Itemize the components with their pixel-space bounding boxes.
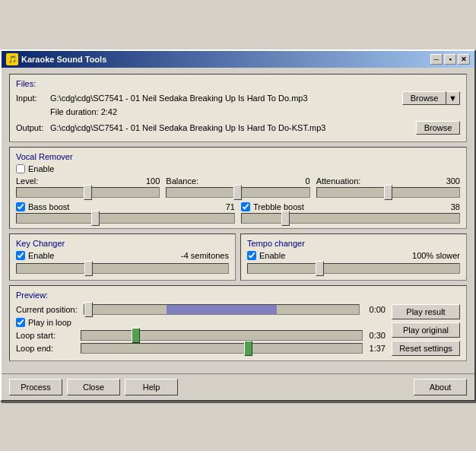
key-changer-section: Key Changer Enable -4 semitones (9, 233, 236, 281)
tempo-changer-section: Tempo changer Enable 100% slower (240, 233, 467, 281)
play-in-loop-checkbox[interactable] (16, 318, 25, 327)
play-original-button[interactable]: Play original (392, 322, 460, 338)
duration-label: File duration: (50, 107, 99, 116)
preview-inner: Current position: 0:00 Play in loop Loop… (16, 304, 460, 356)
main-content: Files: Input: G:\cdg\cdg\SC7541 - 01 Nei… (2, 68, 474, 373)
minimize-button[interactable]: ─ (430, 54, 443, 65)
boost-sliders: Bass boost 71 Trebble boost 38 (16, 202, 460, 224)
loop-end-slider[interactable] (81, 343, 363, 354)
browse-output-button[interactable]: Browse (416, 121, 460, 135)
key-changer-enable-row: Enable -4 semitones (16, 251, 229, 260)
bass-boost-slider[interactable] (16, 213, 235, 224)
position-label: Current position: (16, 305, 81, 314)
window-title: Karaoke Sound Tools (21, 55, 106, 64)
app-icon: 🎵 (6, 53, 18, 65)
browse-input-wrap: Browse ▼ (402, 91, 460, 105)
key-changer-enable-label: Enable (28, 251, 54, 260)
title-bar: 🎵 Karaoke Sound Tools ─ ▪ ✕ (2, 51, 474, 68)
position-time: 0:00 (363, 305, 386, 314)
tempo-changer-enable-row: Enable 100% slower (247, 251, 460, 260)
loop-end-time: 1:37 (363, 344, 386, 353)
trebble-boost-group: Trebble boost 38 (241, 202, 460, 224)
balance-group: Balance: 0 (166, 176, 309, 198)
duration-value: 2:42 (101, 107, 117, 116)
main-window: 🎵 Karaoke Sound Tools ─ ▪ ✕ Files: Input… (0, 49, 476, 402)
level-slider[interactable] (16, 187, 160, 198)
key-changer-title: Key Changer (16, 239, 229, 248)
preview-controls: Current position: 0:00 Play in loop Loop… (16, 304, 386, 356)
attenuation-slider[interactable] (316, 187, 460, 198)
loop-start-slider[interactable] (81, 330, 363, 341)
preview-buttons: Play result Play original Reset settings (392, 304, 460, 356)
key-changer-enable-checkbox[interactable] (16, 251, 25, 260)
bottom-bar: Process Close Help About (2, 373, 474, 400)
browse-input-button[interactable]: Browse (402, 91, 446, 105)
level-group: Level: 100 (16, 176, 160, 198)
reset-settings-button[interactable]: Reset settings (392, 341, 460, 356)
process-button[interactable]: Process (9, 379, 62, 395)
output-row: Output: G:\cdg\cdg\SC7541 - 01 Neil Seda… (16, 121, 460, 135)
preview-title: Preview: (16, 291, 460, 300)
files-title: Files: (16, 79, 460, 88)
key-changer-slider[interactable] (16, 263, 229, 274)
key-changer-value: -4 semitones (181, 251, 229, 260)
trebble-boost-slider[interactable] (241, 213, 460, 224)
vocal-remover-section: Vocal Remover Enable Level: 100 Balance:… (9, 147, 467, 229)
preview-section: Preview: Current position: 0:00 Play in … (9, 285, 467, 361)
balance-slider[interactable] (166, 187, 309, 198)
loop-start-time: 0:30 (363, 331, 386, 340)
vr-enable-row: Enable (16, 164, 460, 173)
play-in-loop-label: Play in loop (28, 318, 71, 327)
browse-input-arrow-button[interactable]: ▼ (446, 91, 460, 105)
bass-boost-group: Bass boost 71 (16, 202, 235, 224)
tempo-changer-enable-label: Enable (259, 251, 285, 260)
input-path: G:\cdg\cdg\SC7541 - 01 Neil Sedaka Break… (50, 94, 396, 103)
tempo-changer-slider[interactable] (247, 263, 460, 274)
output-label: Output: (16, 123, 50, 132)
close-button[interactable]: Close (67, 379, 120, 395)
play-in-loop-row: Play in loop (16, 318, 386, 327)
attenuation-group: Attenuation: 300 (316, 176, 460, 198)
vocal-remover-title: Vocal Remover (16, 152, 460, 161)
about-button[interactable]: About (414, 379, 467, 395)
files-section: Files: Input: G:\cdg\cdg\SC7541 - 01 Nei… (9, 74, 467, 142)
maximize-button[interactable]: ▪ (444, 54, 456, 65)
input-row: Input: G:\cdg\cdg\SC7541 - 01 Neil Sedak… (16, 91, 460, 105)
changers-row: Key Changer Enable -4 semitones Tempo ch… (9, 233, 467, 281)
title-bar-buttons: ─ ▪ ✕ (430, 54, 470, 65)
position-slider[interactable] (84, 304, 360, 315)
close-window-button[interactable]: ✕ (458, 54, 470, 65)
vr-enable-checkbox[interactable] (16, 164, 25, 173)
vr-enable-label: Enable (28, 164, 54, 173)
loop-end-label: Loop end: (16, 344, 81, 353)
vr-sliders-grid: Level: 100 Balance: 0 Attenuation: 300 (16, 176, 460, 198)
input-label: Input: (16, 94, 50, 103)
help-button[interactable]: Help (125, 379, 178, 395)
tempo-changer-title: Tempo changer (247, 239, 460, 248)
position-row: Current position: 0:00 (16, 304, 386, 315)
play-result-button[interactable]: Play result (392, 304, 460, 319)
loop-end-row: Loop end: 1:37 (16, 343, 386, 354)
loop-start-row: Loop start: 0:30 (16, 330, 386, 341)
title-bar-left: 🎵 Karaoke Sound Tools (6, 53, 106, 65)
loop-start-label: Loop start: (16, 331, 81, 340)
tempo-changer-enable-checkbox[interactable] (247, 251, 256, 260)
tempo-changer-value: 100% slower (412, 251, 460, 260)
file-duration-row: File duration: 2:42 (50, 107, 460, 116)
output-path: G:\cdg\cdg\SC7541 - 01 Neil Sedaka Break… (50, 123, 410, 132)
